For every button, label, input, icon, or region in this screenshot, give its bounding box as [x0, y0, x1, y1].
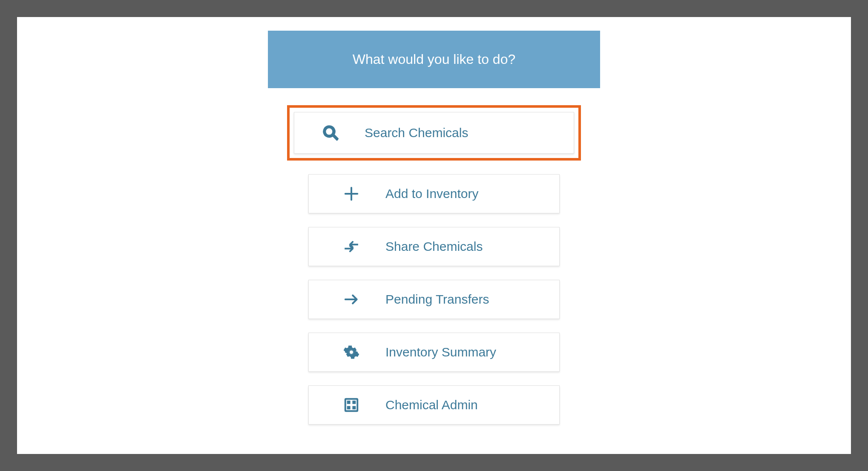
search-icon: [318, 125, 343, 141]
svg-rect-9: [348, 401, 350, 404]
menu-item-add-inventory[interactable]: Add to Inventory: [308, 174, 560, 213]
transfer-icon: [339, 238, 364, 255]
menu-item-chemical-admin[interactable]: Chemical Admin: [308, 385, 560, 425]
svg-point-7: [349, 350, 354, 354]
menu-label: Share Chemicals: [385, 239, 483, 254]
menu-label: Pending Transfers: [385, 292, 489, 307]
svg-rect-12: [353, 406, 355, 409]
menu-label: Add to Inventory: [385, 187, 478, 201]
menu-label: Chemical Admin: [385, 398, 478, 412]
menu-list: Search Chemicals Add to Inventory Share …: [287, 105, 581, 425]
menu-label: Inventory Summary: [385, 345, 496, 359]
header-banner: What would you like to do?: [268, 31, 600, 88]
main-canvas: What would you like to do? Search Chemic…: [17, 17, 851, 454]
svg-rect-11: [353, 401, 355, 404]
menu-label: Search Chemicals: [365, 126, 468, 140]
plus-icon: [339, 186, 364, 202]
menu-item-pending-transfers[interactable]: Pending Transfers: [308, 280, 560, 319]
header-title: What would you like to do?: [353, 52, 515, 67]
menu-item-share-chemicals[interactable]: Share Chemicals: [308, 227, 560, 266]
gear-icon: [339, 344, 364, 360]
menu-item-inventory-summary[interactable]: Inventory Summary: [308, 333, 560, 372]
grid-icon: [339, 397, 364, 413]
arrow-right-icon: [339, 291, 364, 307]
svg-rect-10: [348, 406, 350, 409]
menu-item-search-chemicals[interactable]: Search Chemicals: [287, 105, 581, 161]
